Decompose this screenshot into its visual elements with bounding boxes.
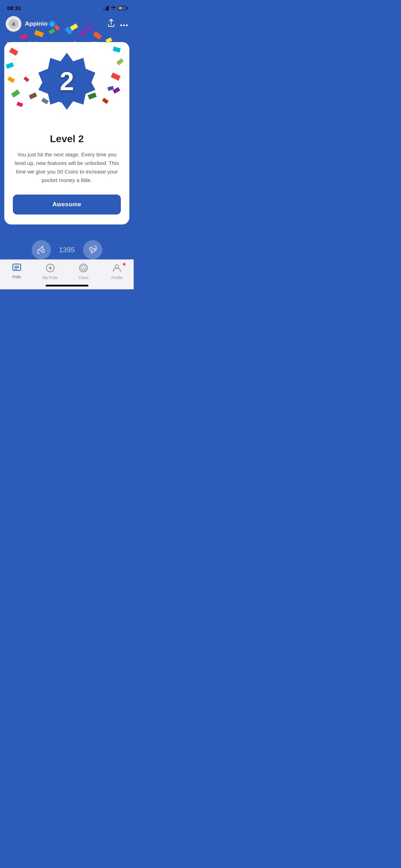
vote-count: 1395	[58, 246, 76, 254]
thumbs-up-button[interactable]	[32, 240, 51, 259]
header-actions	[107, 19, 128, 29]
status-time: 08:31	[7, 5, 21, 11]
tab-polls[interactable]: Polls	[0, 263, 34, 279]
profile-notification-badge	[123, 263, 126, 266]
modal-content: Level 2 You just hit the next stage. Eve…	[4, 128, 129, 215]
tab-coins[interactable]: a Coins	[67, 263, 101, 280]
svg-rect-19	[11, 89, 20, 98]
status-bar: 08:31	[0, 0, 134, 13]
tab-coins-label: Coins	[78, 275, 88, 280]
app-name-row: Appinio ✓	[25, 20, 107, 27]
home-indicator	[46, 285, 88, 286]
svg-point-4	[126, 24, 128, 26]
svg-rect-30	[24, 76, 30, 82]
app-name: Appinio	[25, 20, 47, 27]
svg-text:a: a	[83, 267, 85, 270]
tab-my-polls-label: My Polls	[43, 275, 58, 280]
thumbs-down-button[interactable]	[83, 240, 102, 259]
svg-rect-18	[7, 76, 15, 83]
confetti-area: 2	[4, 42, 129, 128]
signal-icon	[103, 6, 109, 11]
svg-rect-31	[113, 87, 120, 94]
badge-number: 2	[60, 68, 74, 94]
battery-icon	[118, 6, 127, 10]
wifi-icon	[110, 5, 116, 11]
svg-rect-5	[9, 47, 18, 56]
svg-rect-27	[102, 98, 109, 104]
avatar: a	[6, 16, 21, 32]
tab-polls-label: Polls	[12, 275, 21, 279]
vote-row: 1395	[0, 240, 134, 259]
tab-profile-label: Profile	[112, 275, 123, 280]
level-up-modal: 2 Level 2 You just hit the next stage. E…	[4, 42, 129, 224]
svg-rect-24	[29, 92, 37, 99]
share-button[interactable]	[107, 19, 115, 29]
awesome-button[interactable]: Awesome	[13, 195, 121, 215]
level-badge: 2	[38, 53, 96, 110]
verified-icon: ✓	[49, 21, 55, 27]
level-description: You just hit the next stage. Every time …	[13, 150, 121, 185]
svg-text:a: a	[12, 21, 15, 27]
svg-rect-15	[111, 73, 121, 81]
svg-point-3	[123, 24, 125, 26]
more-button[interactable]	[120, 20, 128, 28]
status-icons	[103, 5, 127, 11]
svg-rect-20	[16, 102, 23, 107]
svg-rect-16	[107, 86, 114, 91]
svg-rect-32	[13, 264, 21, 270]
app-header: a Appinio ✓	[0, 13, 134, 36]
coins-icon: a	[79, 263, 88, 274]
my-polls-icon	[46, 263, 55, 274]
svg-rect-13	[113, 47, 120, 53]
svg-rect-14	[116, 58, 124, 65]
polls-icon	[12, 263, 21, 273]
tab-profile[interactable]: Profile	[100, 263, 134, 280]
profile-icon	[112, 263, 122, 274]
svg-point-2	[120, 24, 122, 26]
level-title: Level 2	[50, 133, 84, 145]
tab-my-polls[interactable]: My Polls	[34, 263, 67, 280]
svg-rect-17	[6, 62, 14, 69]
